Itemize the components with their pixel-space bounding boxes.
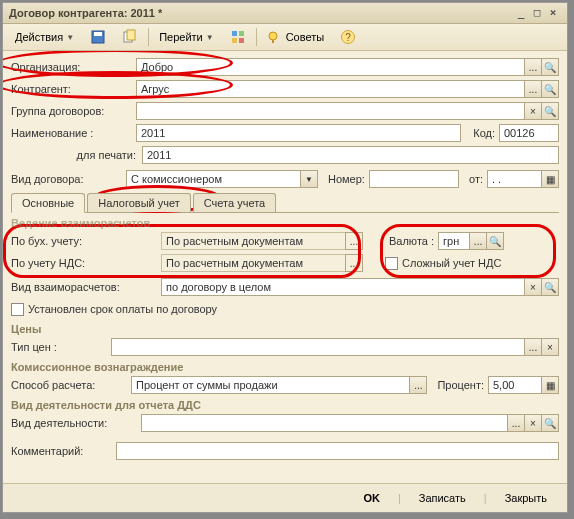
activity-clear-button[interactable]: × [524, 414, 542, 432]
section-prices: Цены [11, 323, 559, 335]
svg-point-8 [269, 32, 277, 40]
group-clear-button[interactable]: × [524, 102, 542, 120]
copy-icon[interactable] [116, 27, 144, 47]
minimize-button[interactable]: _ [513, 6, 529, 20]
group-search-button[interactable]: 🔍 [541, 102, 559, 120]
calc-method-select-button[interactable]: ... [409, 376, 427, 394]
svg-rect-4 [232, 31, 237, 36]
svg-text:?: ? [345, 32, 351, 43]
structure-icon[interactable] [224, 27, 252, 47]
tab-accounts[interactable]: Счета учета [193, 193, 276, 212]
contract-type-combo[interactable]: С комиссионером [126, 170, 301, 188]
price-type-select-button[interactable]: ... [524, 338, 542, 356]
counterparty-label: Контрагент: [11, 83, 136, 95]
price-type-label: Тип цен : [11, 341, 111, 353]
maximize-button[interactable]: □ [529, 6, 545, 20]
price-type-clear-button[interactable]: × [541, 338, 559, 356]
byvat-input[interactable]: По расчетным документам [161, 254, 346, 272]
percent-calc-button[interactable]: ▦ [541, 376, 559, 394]
tab-tax[interactable]: Налоговый учет [87, 193, 191, 212]
settlement-type-label: Вид взаиморасчетов: [11, 281, 161, 293]
tab-main[interactable]: Основные [11, 193, 85, 213]
code-label: Код: [469, 127, 499, 139]
actions-menu[interactable]: Действия▼ [9, 27, 80, 47]
group-label: Группа договоров: [11, 105, 136, 117]
goto-menu[interactable]: Перейти▼ [153, 27, 220, 47]
settlement-type-input[interactable]: по договору в целом [161, 278, 525, 296]
comment-input[interactable] [116, 442, 559, 460]
contract-type-dropdown[interactable]: ▼ [300, 170, 318, 188]
close-window-button[interactable]: × [545, 6, 561, 20]
section-settlements: Ведение взаиморасчетов [11, 217, 559, 229]
calc-method-input[interactable]: Процент от суммы продажи [131, 376, 410, 394]
activity-search-button[interactable]: 🔍 [541, 414, 559, 432]
activity-select-button[interactable]: ... [507, 414, 525, 432]
close-button[interactable]: Закрыть [495, 489, 557, 507]
help-icon[interactable]: ? [334, 27, 362, 47]
svg-rect-3 [127, 30, 135, 40]
svg-rect-5 [239, 31, 244, 36]
org-input[interactable]: Добро [136, 58, 525, 76]
form-body: Организация: Добро ... 🔍 Контрагент: Агр… [3, 51, 567, 483]
group-input[interactable] [136, 102, 525, 120]
bybuh-input[interactable]: По расчетным документам [161, 232, 346, 250]
bybuh-select-button[interactable]: ... [345, 232, 363, 250]
currency-search-button[interactable]: 🔍 [486, 232, 504, 250]
svg-rect-6 [232, 38, 237, 43]
complex-vat-checkbox[interactable] [385, 257, 398, 270]
org-label: Организация: [11, 61, 136, 73]
ok-button[interactable]: OK [353, 489, 390, 507]
org-search-button[interactable]: 🔍 [541, 58, 559, 76]
contract-type-label: Вид договора: [11, 173, 126, 185]
comment-label: Комментарий: [11, 445, 116, 457]
advice-button[interactable]: Советы [261, 27, 330, 47]
currency-input[interactable]: грн [438, 232, 470, 250]
toolbar: Действия▼ Перейти▼ Советы ? [3, 24, 567, 51]
save-icon[interactable] [84, 27, 112, 47]
forprint-label: для печати: [11, 149, 142, 161]
percent-label: Процент: [433, 379, 488, 391]
org-select-button[interactable]: ... [524, 58, 542, 76]
svg-rect-7 [239, 38, 244, 43]
byvat-select-button[interactable]: ... [345, 254, 363, 272]
calc-method-label: Способ расчета: [11, 379, 131, 391]
from-date-input[interactable]: . . [487, 170, 542, 188]
currency-select-button[interactable]: ... [469, 232, 487, 250]
titlebar: Договор контрагента: 2011 * _ □ × [3, 3, 567, 24]
section-commission: Комиссионное вознаграждение [11, 361, 559, 373]
settlement-clear-button[interactable]: × [524, 278, 542, 296]
svg-rect-1 [94, 32, 102, 36]
activity-type-label: Вид деятельности: [11, 417, 141, 429]
save-button[interactable]: Записать [409, 489, 476, 507]
payment-term-label: Установлен срок оплаты по договору [28, 303, 217, 315]
currency-label: Валюта : [385, 235, 438, 247]
number-input[interactable] [369, 170, 459, 188]
name-input[interactable]: 2011 [136, 124, 461, 142]
byvat-label: По учету НДС: [11, 257, 161, 269]
number-label: Номер: [324, 173, 369, 185]
bybuh-label: По бух. учету: [11, 235, 161, 247]
counterparty-input[interactable]: Агрус [136, 80, 525, 98]
window-title: Договор контрагента: 2011 * [9, 7, 513, 19]
from-label: от: [465, 173, 487, 185]
svg-rect-9 [272, 40, 274, 43]
section-dds: Вид деятельности для отчета ДДС [11, 399, 559, 411]
code-input[interactable]: 00126 [499, 124, 559, 142]
forprint-input[interactable]: 2011 [142, 146, 559, 164]
counterparty-select-button[interactable]: ... [524, 80, 542, 98]
price-type-input[interactable] [111, 338, 525, 356]
complex-vat-label: Сложный учет НДС [402, 257, 501, 269]
footer: OK | Записать | Закрыть [3, 483, 567, 512]
name-label: Наименование : [11, 127, 136, 139]
percent-input[interactable]: 5,00 [488, 376, 542, 394]
payment-term-checkbox[interactable] [11, 303, 24, 316]
settlement-search-button[interactable]: 🔍 [541, 278, 559, 296]
activity-type-input[interactable] [141, 414, 508, 432]
tabs: Основные Налоговый учет Счета учета [11, 193, 559, 213]
counterparty-search-button[interactable]: 🔍 [541, 80, 559, 98]
from-date-calendar-button[interactable]: ▦ [541, 170, 559, 188]
